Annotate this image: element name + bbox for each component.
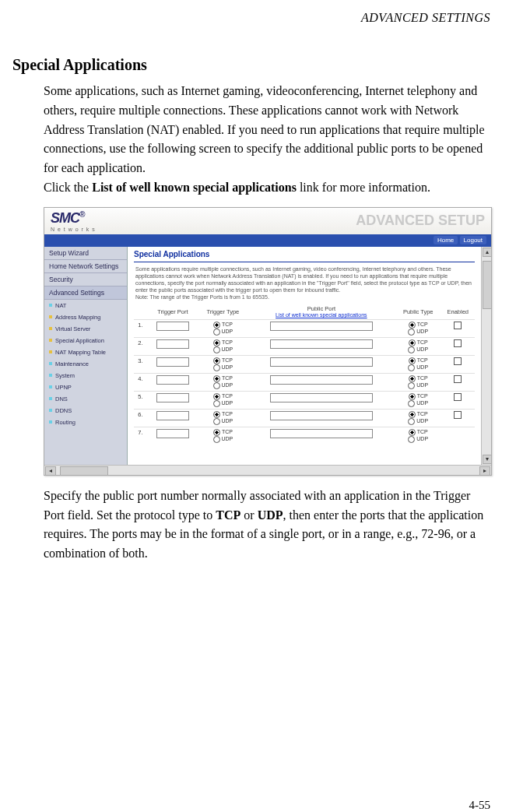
row-num: 2. xyxy=(134,338,147,356)
row-num: 5. xyxy=(134,392,147,410)
col-trigger-type: Trigger Type xyxy=(198,304,247,320)
row-num: 1. xyxy=(134,320,147,338)
trigger-port-input[interactable] xyxy=(156,322,189,331)
trigger-type-radio[interactable]: TCPUDP xyxy=(198,392,247,410)
public-port-input[interactable] xyxy=(270,429,373,438)
table-row: 6.TCPUDPTCPUDP xyxy=(134,410,475,427)
sidebar-sub-address-mapping[interactable]: Address Mapping xyxy=(44,311,127,323)
header-label: ADVANCED SETTINGS xyxy=(0,11,490,25)
panel-description: Some applications require multiple conne… xyxy=(134,262,475,304)
enabled-checkbox[interactable] xyxy=(454,357,462,365)
sidebar-sub-ddns[interactable]: DDNS xyxy=(44,405,127,417)
col-public-port: Public Port List of well known special a… xyxy=(247,304,395,320)
row-num: 6. xyxy=(134,410,147,427)
home-button[interactable]: Home xyxy=(434,236,458,244)
public-port-input[interactable] xyxy=(270,322,373,331)
table-row: 1.TCPUDPTCPUDP xyxy=(134,320,475,338)
trigger-port-input[interactable] xyxy=(156,393,189,402)
panel-title: Special Applications xyxy=(134,247,475,262)
main-panel: Special Applications Some applications r… xyxy=(128,247,481,465)
horizontal-scrollbar[interactable]: ◂▸ xyxy=(44,465,491,475)
logo-registered: ® xyxy=(79,210,84,219)
sidebar-sub-special-application[interactable]: Special Application xyxy=(44,335,127,346)
sidebar-sub-maintenance[interactable]: Maintenance xyxy=(44,358,127,370)
enabled-checkbox[interactable] xyxy=(454,393,462,401)
public-type-radio[interactable]: TCPUDP xyxy=(395,410,441,427)
paragraph-1: Some applications, such as Internet gami… xyxy=(44,82,492,178)
scroll-down-icon[interactable]: ▾ xyxy=(483,455,492,464)
logo-text: SMC xyxy=(51,210,79,226)
public-port-input[interactable] xyxy=(270,393,373,402)
sidebar-item-advanced-settings[interactable]: Advanced Settings xyxy=(44,286,127,300)
well-known-link[interactable]: List of well known special applications xyxy=(249,312,394,318)
logout-button[interactable]: Logout xyxy=(460,236,486,244)
trigger-type-radio[interactable]: TCPUDP xyxy=(198,374,247,392)
enabled-checkbox[interactable] xyxy=(454,375,462,383)
paragraph-3-mid: or xyxy=(240,508,257,522)
col-public-type: Public Type xyxy=(395,304,441,320)
panel-note: Note: The range of the Trigger Ports is … xyxy=(135,294,269,300)
trigger-port-input[interactable] xyxy=(156,411,189,420)
row-num: 4. xyxy=(134,374,147,392)
sidebar-sub-dns[interactable]: DNS xyxy=(44,393,127,405)
enabled-checkbox[interactable] xyxy=(454,322,462,329)
advanced-setup-label: ADVANCED SETUP xyxy=(356,213,491,229)
col-trigger-port: Trigger Port xyxy=(147,304,198,320)
public-type-radio[interactable]: TCPUDP xyxy=(395,427,441,445)
trigger-port-input[interactable] xyxy=(156,357,189,367)
public-type-radio[interactable]: TCPUDP xyxy=(395,338,441,356)
screenshot-topbar: SMC® N e t w o r k s ADVANCED SETUP xyxy=(44,208,491,234)
trigger-type-radio[interactable]: TCPUDP xyxy=(198,427,247,445)
panel-desc-text: Some applications require multiple conne… xyxy=(135,266,472,293)
trigger-port-input[interactable] xyxy=(156,429,189,438)
page-number: 4-55 xyxy=(469,799,491,812)
public-type-radio[interactable]: TCPUDP xyxy=(395,356,441,374)
scroll-thumb[interactable] xyxy=(483,261,492,309)
public-type-radio[interactable]: TCPUDP xyxy=(395,320,441,338)
paragraph-2-a: Click the xyxy=(44,181,92,194)
scroll-right-icon[interactable]: ▸ xyxy=(479,466,490,476)
sidebar-sub-virtual-server[interactable]: Virtual Server xyxy=(44,323,127,335)
trigger-port-input[interactable] xyxy=(156,339,189,349)
public-port-input[interactable] xyxy=(270,411,373,420)
public-type-radio[interactable]: TCPUDP xyxy=(395,392,441,410)
row-num: 7. xyxy=(134,427,147,445)
trigger-type-radio[interactable]: TCPUDP xyxy=(198,338,247,356)
trigger-type-radio[interactable]: TCPUDP xyxy=(198,410,247,427)
scroll-thumb[interactable] xyxy=(60,466,108,476)
sidebar-sub-system[interactable]: System xyxy=(44,370,127,381)
enabled-checkbox[interactable] xyxy=(454,339,462,347)
paragraph-3: Specify the public port number normally … xyxy=(44,487,492,564)
logo-subtext: N e t w o r k s xyxy=(51,227,96,232)
table-row: 4.TCPUDPTCPUDP xyxy=(134,374,475,392)
trigger-port-input[interactable] xyxy=(156,375,189,385)
special-apps-table: Trigger Port Trigger Type Public Port Li… xyxy=(134,304,475,445)
scroll-up-icon[interactable]: ▴ xyxy=(483,248,492,257)
trigger-type-radio[interactable]: TCPUDP xyxy=(198,320,247,338)
bluebar: Home Logout xyxy=(44,234,491,247)
table-row: 2.TCPUDPTCPUDP xyxy=(134,338,475,356)
home-logout-box: Home Logout xyxy=(434,236,486,244)
public-port-input[interactable] xyxy=(270,375,373,385)
sidebar-sub-routing[interactable]: Routing xyxy=(44,417,127,428)
trigger-type-radio[interactable]: TCPUDP xyxy=(198,356,247,374)
smc-logo: SMC® N e t w o r k s xyxy=(44,210,96,232)
enabled-checkbox[interactable] xyxy=(454,411,462,419)
sidebar-sub-nat[interactable]: NAT xyxy=(44,300,127,311)
scroll-left-icon[interactable]: ◂ xyxy=(45,466,56,476)
screenshot-body: Setup Wizard Home Network Settings Secur… xyxy=(44,247,481,465)
sidebar-item-setup-wizard[interactable]: Setup Wizard xyxy=(44,247,127,260)
public-type-radio[interactable]: TCPUDP xyxy=(395,374,441,392)
col-enabled: Enabled xyxy=(441,304,475,320)
sidebar-sub-nat-mapping-table[interactable]: NAT Mapping Table xyxy=(44,346,127,358)
paragraph-2-b: link for more information. xyxy=(297,181,430,194)
vertical-scrollbar[interactable]: ▴▾ xyxy=(481,247,491,465)
sidebar: Setup Wizard Home Network Settings Secur… xyxy=(44,247,128,465)
table-row: 3.TCPUDPTCPUDP xyxy=(134,356,475,374)
sidebar-item-home-network[interactable]: Home Network Settings xyxy=(44,260,127,273)
sidebar-item-security[interactable]: Security xyxy=(44,273,127,286)
sidebar-sub-upnp[interactable]: UPNP xyxy=(44,381,127,393)
public-port-input[interactable] xyxy=(270,357,373,367)
public-port-input[interactable] xyxy=(270,339,373,349)
table-row: 7.TCPUDPTCPUDP xyxy=(134,427,475,445)
